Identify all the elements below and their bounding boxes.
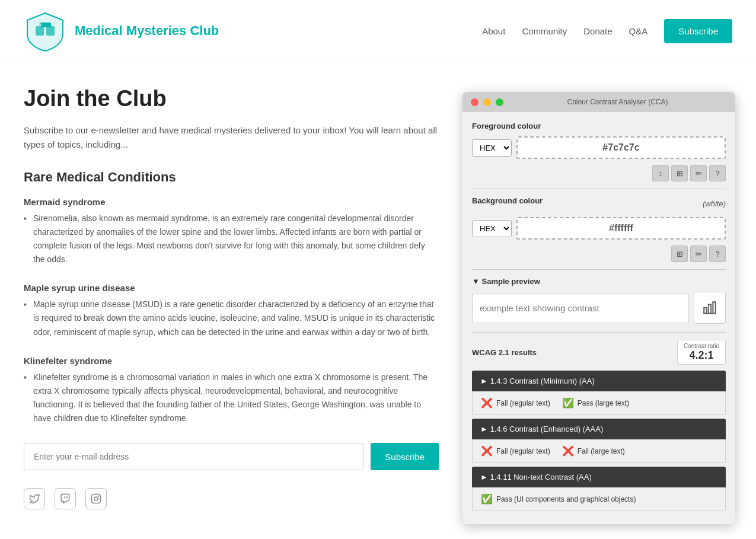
- twitter-icon[interactable]: [24, 488, 45, 509]
- sample-chart-button[interactable]: [694, 292, 726, 324]
- nav-donate[interactable]: Donate: [583, 26, 612, 36]
- cca-column: Colour Contrast Analyser (CCA) Foregroun…: [462, 86, 735, 524]
- condition-desc-0: Sirenomelia, also known as mermaid syndr…: [24, 212, 439, 266]
- wcag-accordion-title-0: ► 1.4.3 Contrast (Minimum) (AA): [480, 377, 595, 385]
- wcag-accordion-title-1: ► 1.4.6 Contrast (Enhanced) (AAA): [480, 425, 603, 433]
- result-text-2-0: Pass (UI components and graphical object…: [496, 495, 636, 503]
- social-icons-row: [24, 488, 439, 509]
- svg-rect-11: [713, 302, 715, 314]
- bg-tool-icons: ⊞ ✏ ?: [472, 245, 726, 262]
- logo-area: Medical Mysteries Club: [24, 9, 219, 52]
- svg-point-7: [94, 497, 98, 500]
- result-item-1-1: ❌ Fail (large text): [562, 445, 625, 457]
- bg-white-label: (white): [703, 199, 726, 208]
- cca-window: Colour Contrast Analyser (CCA) Foregroun…: [462, 92, 735, 524]
- intro-text: Subscribe to our e-newsletter and have m…: [24, 123, 439, 152]
- bg-picker-icon[interactable]: ✏: [690, 245, 707, 262]
- wcag-accordion-header-0[interactable]: ► 1.4.3 Contrast (Minimum) (AA): [472, 371, 726, 391]
- fg-row: HEX RGB HSL #7c7c7c: [472, 136, 726, 159]
- condition-maple: Maple syrup urine disease Maple syrup ur…: [24, 283, 439, 339]
- result-item-2-0: ✅ Pass (UI components and graphical obje…: [481, 493, 636, 505]
- wcag-accordion-body-1: ❌ Fail (regular text) ❌ Fail (large text…: [472, 439, 726, 463]
- header-subscribe-button[interactable]: Subscribe: [664, 19, 732, 43]
- main-content: Join the Club Subscribe to our e-newslet…: [24, 86, 439, 524]
- wcag-accordion-1: ► 1.4.6 Contrast (Enhanced) (AAA) ❌ Fail…: [472, 419, 726, 463]
- fg-label: Foreground colour: [472, 122, 726, 130]
- wcag-accordion-header-2[interactable]: ► 1.4.11 Non-text Contrast (AA): [472, 467, 726, 487]
- fg-format-select[interactable]: HEX RGB HSL: [472, 139, 512, 157]
- sample-preview-row: example text showing contrast: [472, 292, 726, 324]
- traffic-light-red[interactable]: [471, 98, 479, 106]
- bg-color-value[interactable]: #ffffff: [516, 217, 726, 240]
- cca-title: Colour Contrast Analyser (CCA): [508, 98, 727, 106]
- svg-rect-6: [92, 495, 101, 503]
- fg-color-value[interactable]: #7c7c7c: [516, 136, 726, 159]
- condition-desc-2: Klinefelter syndrome is a chromosomal va…: [24, 371, 439, 425]
- svg-rect-0: [36, 26, 44, 36]
- wcag-results-header: WCAG 2.1 results Contrast ratio 4.2:1: [472, 340, 726, 365]
- fg-sliders-icon[interactable]: ⊞: [671, 165, 688, 181]
- bg-label-row: Background colour (white): [472, 196, 726, 211]
- wcag-accordion-2: ► 1.4.11 Non-text Contrast (AA) ✅ Pass (…: [472, 467, 726, 511]
- email-input[interactable]: [24, 443, 363, 470]
- wcag-label: WCAG 2.1 results: [472, 348, 537, 357]
- contrast-ratio-box: Contrast ratio 4.2:1: [677, 340, 726, 365]
- result-text-1-1: Fail (large text): [578, 447, 625, 455]
- result-item-0-0: ❌ Fail (regular text): [481, 397, 550, 409]
- pass-icon-2-0: ✅: [481, 493, 493, 505]
- result-text-1-0: Fail (regular text): [496, 447, 550, 455]
- nav-about[interactable]: About: [482, 26, 505, 36]
- fg-sort-icon[interactable]: ↕: [652, 165, 669, 181]
- nav-qa[interactable]: Q&A: [629, 26, 648, 36]
- nav-community[interactable]: Community: [522, 26, 567, 36]
- wcag-accordion-0: ► 1.4.3 Contrast (Minimum) (AA) ❌ Fail (…: [472, 371, 726, 415]
- pass-icon-0-1: ✅: [562, 397, 574, 409]
- svg-point-8: [98, 496, 99, 497]
- svg-rect-10: [709, 305, 711, 314]
- wcag-accordion-title-2: ► 1.4.11 Non-text Contrast (AA): [480, 473, 592, 481]
- bg-label: Background colour: [472, 196, 543, 205]
- svg-rect-1: [46, 26, 55, 36]
- email-form: Subscribe: [24, 443, 439, 470]
- condition-mermaid: Mermaid syndrome Sirenomelia, also known…: [24, 197, 439, 266]
- email-subscribe-button[interactable]: Subscribe: [371, 443, 439, 470]
- traffic-light-yellow[interactable]: [483, 98, 491, 106]
- site-title: Medical Mysteries Club: [75, 23, 219, 39]
- bg-row: HEX RGB HSL #ffffff: [472, 217, 726, 240]
- wcag-accordion-header-1[interactable]: ► 1.4.6 Contrast (Enhanced) (AAA): [472, 419, 726, 439]
- contrast-ratio-value: 4.2:1: [689, 349, 713, 361]
- page-heading: Join the Club: [24, 86, 439, 111]
- condition-desc-1: Maple syrup urine disease (MSUD) is a ra…: [24, 298, 439, 339]
- wcag-accordion-body-0: ❌ Fail (regular text) ✅ Pass (large text…: [472, 391, 726, 415]
- condition-name-1: Maple syrup urine disease: [24, 283, 439, 293]
- cca-body: Foreground colour HEX RGB HSL #7c7c7c ↕ …: [462, 112, 735, 524]
- condition-klinefelter: Klinefelter syndrome Klinefelter syndrom…: [24, 356, 439, 425]
- rare-conditions-heading: Rare Medical Conditions: [24, 170, 439, 185]
- twitch-icon[interactable]: [55, 488, 76, 509]
- bg-sliders-icon[interactable]: ⊞: [671, 245, 688, 262]
- result-text-0-1: Pass (large text): [578, 399, 629, 407]
- sample-preview-label: ▼ Sample preview: [472, 277, 726, 286]
- fg-picker-icon[interactable]: ✏: [690, 165, 707, 181]
- fg-help-icon[interactable]: ?: [709, 165, 726, 181]
- fail-icon-1-1: ❌: [562, 445, 574, 457]
- condition-name-2: Klinefelter syndrome: [24, 356, 439, 366]
- condition-name-0: Mermaid syndrome: [24, 197, 439, 207]
- result-item-0-1: ✅ Pass (large text): [562, 397, 629, 409]
- sample-text: example text showing contrast: [472, 293, 689, 323]
- svg-rect-9: [704, 308, 706, 314]
- result-text-0-0: Fail (regular text): [496, 399, 550, 407]
- logo-icon: [24, 9, 66, 52]
- fg-tool-icons: ↕ ⊞ ✏ ?: [472, 165, 726, 181]
- wcag-accordion-body-2: ✅ Pass (UI components and graphical obje…: [472, 487, 726, 511]
- traffic-light-green[interactable]: [496, 98, 503, 106]
- bg-help-icon[interactable]: ?: [709, 245, 726, 262]
- main-nav: About Community Donate Q&A Subscribe: [482, 19, 732, 43]
- contrast-ratio-label: Contrast ratio: [684, 343, 719, 349]
- fail-icon-0-0: ❌: [481, 397, 493, 409]
- cca-titlebar: Colour Contrast Analyser (CCA): [462, 92, 735, 112]
- svg-point-3: [38, 23, 42, 27]
- bg-format-select[interactable]: HEX RGB HSL: [472, 220, 512, 237]
- result-item-1-0: ❌ Fail (regular text): [481, 445, 550, 457]
- instagram-icon[interactable]: [85, 488, 107, 509]
